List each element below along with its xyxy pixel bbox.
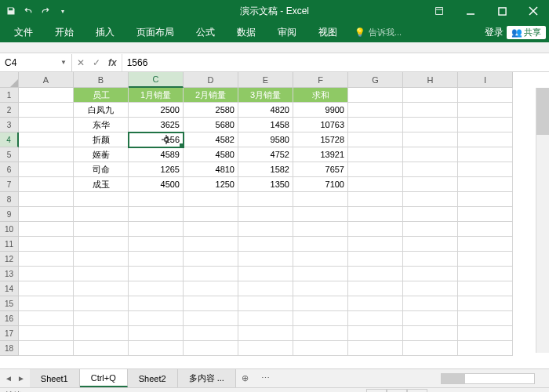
cell[interactable] — [403, 267, 458, 281]
cell[interactable] — [458, 147, 513, 162]
column-header[interactable]: D — [184, 72, 238, 88]
cell[interactable] — [348, 311, 403, 326]
scrollbar-thumb[interactable] — [536, 88, 549, 135]
cell[interactable] — [348, 207, 403, 222]
cell[interactable] — [184, 311, 238, 326]
cell[interactable] — [19, 281, 74, 296]
cell[interactable] — [129, 192, 184, 207]
cell[interactable]: 4820 — [238, 103, 293, 118]
cell[interactable] — [74, 207, 129, 222]
cell[interactable] — [348, 103, 403, 118]
row-header[interactable]: 10 — [0, 222, 19, 237]
cell[interactable] — [458, 326, 513, 341]
cell[interactable] — [293, 281, 348, 296]
row-header[interactable]: 1 — [0, 88, 19, 103]
cell[interactable]: 1350 — [238, 177, 293, 192]
cell[interactable] — [403, 177, 458, 192]
cell[interactable] — [348, 118, 403, 132]
cell[interactable] — [238, 326, 293, 341]
cell[interactable] — [19, 132, 74, 147]
tell-me[interactable]: 💡 告诉我... — [354, 27, 402, 38]
cell[interactable] — [238, 281, 293, 296]
cell[interactable]: 2580 — [184, 103, 238, 118]
cell[interactable] — [19, 267, 74, 281]
cell[interactable]: 东华 — [74, 118, 129, 132]
new-sheet-button[interactable]: ⊕ — [236, 373, 255, 383]
ribbon-tab[interactable]: 插入 — [85, 22, 125, 42]
row-header[interactable]: 7 — [0, 177, 19, 192]
redo-icon[interactable] — [38, 3, 53, 19]
cell[interactable] — [19, 103, 74, 118]
cell[interactable] — [458, 311, 513, 326]
cell[interactable] — [348, 88, 403, 103]
cell[interactable] — [458, 162, 513, 177]
ribbon-tab[interactable]: 数据 — [226, 22, 267, 42]
ribbon-tab[interactable]: 文件 — [3, 22, 44, 42]
pagelayout-view-icon[interactable]: ▤ — [387, 389, 407, 393]
select-all-corner[interactable] — [0, 72, 19, 88]
row-header[interactable]: 17 — [0, 326, 19, 341]
cell[interactable] — [19, 326, 74, 341]
cell[interactable] — [458, 118, 513, 132]
cell[interactable] — [74, 267, 129, 281]
cell[interactable] — [293, 252, 348, 267]
cell[interactable] — [19, 192, 74, 207]
cell[interactable] — [184, 207, 238, 222]
row-header[interactable]: 4 — [0, 132, 19, 147]
cell[interactable] — [74, 296, 129, 311]
cell[interactable] — [458, 88, 513, 103]
signin-link[interactable]: 登录 — [485, 26, 504, 39]
cell[interactable]: 3月销量 — [238, 88, 293, 103]
cell[interactable] — [74, 237, 129, 252]
cell[interactable] — [403, 341, 458, 356]
cell[interactable]: 2月销量 — [184, 88, 238, 103]
cell[interactable]: 求和 — [293, 88, 348, 103]
cell[interactable]: 13921 — [293, 147, 348, 162]
cell[interactable] — [458, 281, 513, 296]
cell[interactable] — [74, 222, 129, 237]
cell[interactable] — [19, 88, 74, 103]
column-header[interactable]: I — [458, 72, 513, 88]
cell[interactable] — [184, 281, 238, 296]
cell[interactable] — [19, 252, 74, 267]
cell[interactable] — [458, 296, 513, 311]
cell[interactable] — [348, 147, 403, 162]
cell[interactable] — [184, 252, 238, 267]
cell[interactable] — [348, 222, 403, 237]
sheet-nav[interactable]: ◄ ► — [0, 374, 30, 383]
cell[interactable] — [238, 267, 293, 281]
cell[interactable] — [293, 341, 348, 356]
ribbon-tab[interactable]: 审阅 — [267, 22, 307, 42]
cell[interactable] — [238, 341, 293, 356]
cell[interactable] — [129, 252, 184, 267]
row-header[interactable]: 13 — [0, 267, 19, 281]
column-header[interactable]: A — [19, 72, 74, 88]
cell[interactable]: 姬蘅 — [74, 147, 129, 162]
cell[interactable] — [19, 177, 74, 192]
column-header[interactable]: B — [74, 72, 129, 88]
cell[interactable] — [403, 88, 458, 103]
sheet-tab[interactable]: Ctrl+Q — [80, 369, 128, 387]
cell[interactable]: 7100 — [293, 177, 348, 192]
row-header[interactable]: 9 — [0, 207, 19, 222]
row-header[interactable]: 15 — [0, 296, 19, 311]
cell[interactable] — [348, 296, 403, 311]
sheet-prev-icon[interactable]: ◄ — [5, 374, 13, 383]
cell[interactable] — [403, 252, 458, 267]
cell[interactable] — [74, 252, 129, 267]
cell[interactable] — [348, 341, 403, 356]
cell[interactable]: 4752 — [238, 147, 293, 162]
cell[interactable]: 5680 — [184, 118, 238, 132]
cell[interactable] — [458, 207, 513, 222]
normal-view-icon[interactable]: ▦ — [366, 389, 387, 393]
ribbon-tab[interactable]: 开始 — [44, 22, 85, 42]
cell[interactable] — [19, 296, 74, 311]
sheet-tab[interactable]: 多内容 ... — [178, 369, 236, 387]
row-header[interactable]: 5 — [0, 147, 19, 162]
pagebreak-view-icon[interactable]: ▭ — [407, 389, 427, 393]
horizontal-scrollbar[interactable] — [441, 373, 535, 384]
cell[interactable]: 7657 — [293, 162, 348, 177]
cell[interactable]: 9580 — [238, 132, 293, 147]
cells-area[interactable]: 员工1月销量2月销量3月销量求和白凤九2500258048209900东华362… — [19, 88, 513, 356]
cell[interactable] — [238, 207, 293, 222]
